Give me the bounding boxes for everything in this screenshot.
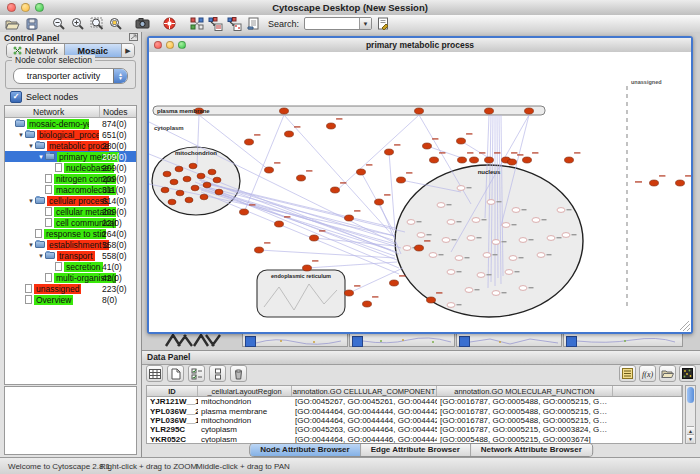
graph-node[interactable] (303, 265, 312, 271)
network-tree-row[interactable]: mosaic-demo-yeast874(0) (5, 118, 136, 129)
graph-node[interactable] (170, 179, 178, 185)
graph-node-small[interactable] (477, 273, 485, 278)
table-row[interactable]: YPL036W__2plasma membrane[GO:0044464, GO… (147, 406, 682, 415)
graph-node[interactable] (485, 108, 494, 114)
graph-node-small[interactable] (465, 288, 473, 293)
expander-icon[interactable]: ▼ (27, 198, 35, 204)
background-window[interactable] (456, 333, 562, 347)
new-attribute-button[interactable] (167, 365, 184, 382)
select-attributes-button[interactable] (188, 365, 205, 382)
graph-node[interactable] (427, 297, 436, 303)
copy-network-nodes-button[interactable] (207, 16, 224, 31)
graph-node[interactable] (508, 159, 517, 165)
graph-node[interactable] (331, 187, 340, 193)
graph-node-small[interactable] (519, 286, 527, 291)
resize-grip[interactable] (680, 321, 690, 331)
help-button[interactable] (161, 16, 178, 31)
network-tree-row[interactable]: cell communicat22(0) (5, 217, 136, 228)
attribute-pair-button[interactable] (209, 365, 226, 382)
scroll-down-button[interactable]: ▼ (687, 434, 694, 443)
graph-node[interactable] (390, 280, 399, 286)
network-tree-row[interactable]: multi-organism pro42(0) (5, 272, 136, 283)
graph-node[interactable] (161, 187, 169, 193)
select-nodes-checkbox[interactable]: ✓ (10, 91, 22, 103)
zoom-out-button[interactable] (50, 16, 67, 31)
graph-node-small[interactable] (457, 186, 465, 191)
network-tree-row[interactable]: secretion41(0) (5, 261, 136, 272)
table-row[interactable]: YLR295Ccytoplasm[GO:0045263, GO:0044464,… (147, 425, 682, 434)
tab-network-attribute-browser[interactable]: Network Attribute Browser (471, 444, 592, 456)
graph-node[interactable] (275, 221, 284, 227)
attribute-grid-button[interactable] (146, 365, 163, 382)
annotation-import-button[interactable] (374, 16, 391, 31)
graph-node-small[interactable] (467, 236, 475, 241)
graph-node[interactable] (485, 157, 494, 163)
graph-node-small[interactable] (532, 218, 540, 223)
graph-node[interactable] (327, 123, 336, 129)
graph-node[interactable] (285, 131, 294, 137)
column-divider[interactable] (99, 106, 100, 117)
expander-icon[interactable]: ▼ (27, 242, 35, 248)
graph-node[interactable] (470, 157, 479, 163)
graph-node[interactable] (280, 108, 289, 114)
column-header[interactable]: annotation.GO MOLECULAR_FUNCTION (437, 386, 613, 396)
graph-node-small[interactable] (447, 220, 455, 225)
background-window[interactable] (349, 333, 455, 347)
search-dropdown-arrow[interactable]: ▼ (359, 18, 371, 29)
table-scrollbar[interactable]: ▲ ▼ (685, 385, 696, 444)
graph-node[interactable] (163, 171, 171, 177)
graph-node-small[interactable] (512, 208, 520, 213)
graph-node[interactable] (255, 247, 264, 253)
column-header[interactable]: annotation.GO CELLULAR_COMPONENT (292, 386, 437, 396)
graph-node[interactable] (185, 197, 193, 203)
function-builder-button[interactable]: f(x) (639, 365, 656, 382)
graph-node[interactable] (310, 235, 319, 241)
graph-node[interactable] (213, 177, 221, 183)
graph-node[interactable] (176, 190, 184, 196)
network-tree-row[interactable]: unassigned223(0) (5, 283, 136, 294)
import-table-button[interactable] (245, 16, 262, 31)
table-row[interactable]: YJR121W__1mitochondrion[GO:0045267, GO:0… (147, 397, 682, 406)
graph-node[interactable] (430, 157, 439, 163)
graph-node[interactable] (676, 180, 685, 186)
graph-node[interactable] (189, 163, 197, 169)
tab-node-attribute-browser[interactable]: Node Attribute Browser (250, 444, 361, 456)
column-header[interactable]: _cellularLayoutRegion (198, 386, 292, 396)
graph-node-small[interactable] (472, 218, 480, 223)
graph-node[interactable] (565, 157, 574, 163)
graph-node-small[interactable] (492, 240, 500, 245)
graph-node[interactable] (215, 189, 223, 195)
graph-node-small[interactable] (509, 256, 517, 261)
graph-node-small[interactable] (417, 233, 425, 238)
graph-node-small[interactable] (447, 303, 455, 308)
save-session-button[interactable] (23, 16, 40, 31)
graph-node[interactable] (397, 177, 406, 183)
network-tree-row[interactable]: ▼transport558(0) (5, 250, 136, 261)
graph-node[interactable] (245, 139, 254, 145)
expander-icon[interactable]: ▼ (37, 154, 45, 160)
graph-node-small[interactable] (557, 208, 565, 213)
table-row[interactable]: YPL036W__1mitochondrion[GO:0044464, GO:0… (147, 416, 682, 425)
create-network-button[interactable] (188, 16, 205, 31)
graph-node[interactable] (168, 199, 176, 205)
background-window[interactable] (242, 333, 348, 347)
tabs-overflow-arrow[interactable]: ▶ (122, 44, 134, 57)
open-session-button[interactable] (4, 16, 21, 31)
graph-node[interactable] (415, 245, 424, 251)
graph-node-small[interactable] (483, 253, 491, 258)
graph-node[interactable] (265, 167, 274, 173)
search-input[interactable]: ▼ (304, 17, 372, 30)
graph-node-small[interactable] (403, 246, 411, 251)
graph-node[interactable] (183, 176, 191, 182)
graph-node-small[interactable] (442, 238, 450, 243)
expander-icon[interactable]: ▼ (37, 253, 45, 259)
graph-node-small[interactable] (537, 253, 545, 258)
graph-node[interactable] (525, 108, 534, 114)
graph-node[interactable] (197, 173, 205, 179)
node-color-dropdown[interactable]: transporter activity ▲▼ (13, 68, 128, 84)
delete-attribute-button[interactable] (230, 365, 247, 382)
zoom-fit-button[interactable] (88, 16, 105, 31)
float-panel-icon[interactable] (129, 33, 138, 41)
graph-node-small[interactable] (407, 220, 415, 225)
column-header[interactable]: ID (147, 386, 198, 396)
